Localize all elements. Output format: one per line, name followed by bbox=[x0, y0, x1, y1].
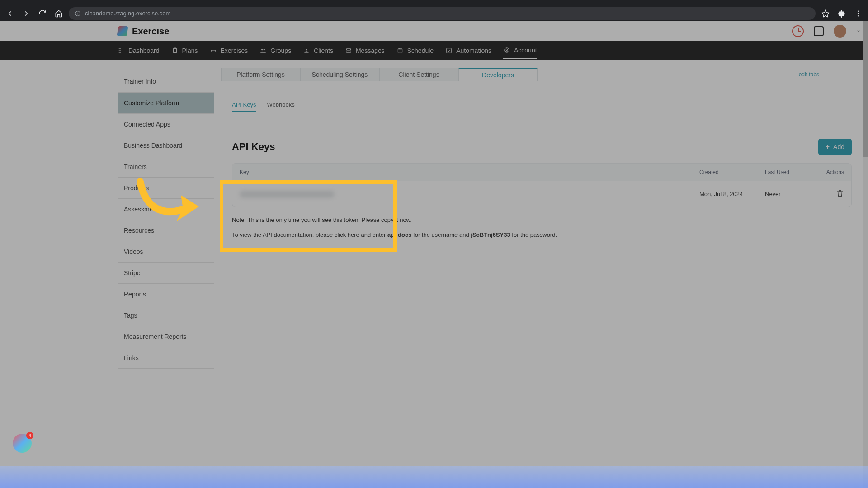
sidebar-item-stripe[interactable]: Stripe bbox=[118, 263, 214, 284]
nav-dashboard[interactable]: Dashboard bbox=[118, 42, 160, 59]
svg-point-1 bbox=[858, 10, 859, 11]
nav-label: Clients bbox=[314, 47, 333, 54]
nav-label: Exercises bbox=[221, 47, 248, 54]
nav-clients[interactable]: Clients bbox=[303, 42, 333, 59]
brand-name: Exercise bbox=[132, 26, 169, 37]
svg-rect-17 bbox=[447, 48, 452, 53]
nav-automations[interactable]: Automations bbox=[445, 42, 491, 59]
sidebar-item-trainers[interactable]: Trainers bbox=[118, 156, 214, 178]
doc-pre: To view the API documentation, please cl… bbox=[232, 231, 387, 238]
col-key: Key bbox=[240, 169, 699, 175]
col-created: Created bbox=[699, 169, 765, 175]
subtab-api-keys[interactable]: API Keys bbox=[232, 101, 256, 112]
sidebar-item-trainer-info[interactable]: Trainer Info bbox=[118, 71, 214, 92]
badge-count: 4 bbox=[26, 432, 33, 439]
sub-tabs: API Keys Webhooks bbox=[221, 101, 859, 112]
forward-button[interactable] bbox=[20, 7, 33, 20]
sidebar-item-measurement-reports[interactable]: Measurement Reports bbox=[118, 326, 214, 347]
subtab-webhooks[interactable]: Webhooks bbox=[267, 101, 294, 112]
svg-point-3 bbox=[858, 15, 859, 16]
star-icon[interactable] bbox=[819, 7, 832, 20]
api-keys-table: Key Created Last Used Actions Mon, Jul 8… bbox=[232, 163, 852, 207]
sidebar-item-business-dashboard[interactable]: Business Dashboard bbox=[118, 135, 214, 156]
svg-rect-16 bbox=[398, 48, 402, 52]
nav-plans[interactable]: Plans bbox=[171, 42, 198, 59]
tab-platform-settings[interactable]: Platform Settings bbox=[221, 68, 300, 81]
nav-exercises[interactable]: Exercises bbox=[210, 42, 248, 59]
dashboard-icon bbox=[118, 47, 125, 54]
svg-rect-10 bbox=[215, 50, 216, 52]
placeholder-icon[interactable] bbox=[814, 26, 824, 36]
avatar[interactable] bbox=[834, 25, 846, 38]
svg-point-2 bbox=[858, 13, 859, 14]
sidebar-item-connected-apps[interactable]: Connected Apps bbox=[118, 114, 214, 135]
nav-label: Automations bbox=[456, 47, 491, 54]
nav-label: Messages bbox=[356, 47, 385, 54]
user-icon bbox=[303, 47, 310, 54]
nav-label: Account bbox=[514, 47, 537, 54]
mail-icon bbox=[345, 47, 352, 54]
trash-icon[interactable] bbox=[836, 189, 844, 197]
nav-label: Dashboard bbox=[128, 47, 160, 54]
doc-post: for the password. bbox=[510, 231, 557, 238]
sidebar-item-reports[interactable]: Reports bbox=[118, 284, 214, 305]
page-scrollbar[interactable] bbox=[863, 21, 868, 488]
address-bar[interactable]: cleandemo.staging.exercise.com bbox=[69, 7, 816, 20]
svg-rect-11 bbox=[211, 50, 215, 51]
account-icon bbox=[503, 47, 510, 54]
home-button[interactable] bbox=[52, 7, 65, 20]
svg-point-13 bbox=[264, 48, 265, 50]
section-title: API Keys bbox=[232, 141, 275, 153]
cell-last-used: Never bbox=[765, 191, 819, 197]
clipboard-icon bbox=[171, 47, 179, 54]
browser-toolbar: cleandemo.staging.exercise.com bbox=[0, 5, 868, 21]
support-widget[interactable]: 4 bbox=[13, 434, 32, 453]
svg-rect-4 bbox=[119, 48, 121, 49]
add-label: Add bbox=[833, 143, 844, 150]
tab-scheduling-settings[interactable]: Scheduling Settings bbox=[300, 68, 379, 81]
svg-rect-5 bbox=[119, 50, 121, 51]
sidebar-item-tags[interactable]: Tags bbox=[118, 305, 214, 326]
bottom-gradient bbox=[0, 466, 868, 488]
svg-point-14 bbox=[306, 48, 307, 50]
doc-pass: jScBTnj6SY33 bbox=[471, 231, 510, 238]
sidebar-item-resources[interactable]: Resources bbox=[118, 220, 214, 241]
scroll-thumb[interactable] bbox=[863, 21, 868, 157]
tab-strip bbox=[0, 0, 868, 5]
sidebar-item-links[interactable]: Links bbox=[118, 347, 214, 369]
plus-icon: + bbox=[826, 143, 830, 151]
svg-rect-9 bbox=[211, 50, 212, 52]
add-button[interactable]: +Add bbox=[818, 139, 852, 155]
svg-point-19 bbox=[506, 49, 508, 51]
settings-tabs: Platform Settings Scheduling Settings Cl… bbox=[221, 68, 859, 81]
extensions-icon[interactable] bbox=[835, 7, 848, 20]
chevron-down-icon[interactable] bbox=[856, 29, 861, 33]
col-actions: Actions bbox=[819, 169, 844, 175]
sidebar: Trainer Info Customize Platform Connecte… bbox=[118, 60, 214, 369]
calendar-icon bbox=[396, 47, 404, 54]
edit-tabs-link[interactable]: edit tabs bbox=[799, 71, 819, 78]
sidebar-item-products[interactable]: Products bbox=[118, 178, 214, 199]
back-button[interactable] bbox=[4, 7, 16, 20]
sidebar-item-videos[interactable]: Videos bbox=[118, 241, 214, 263]
note-text: Note: This is the only time you will see… bbox=[232, 216, 852, 223]
reload-button[interactable] bbox=[36, 7, 49, 20]
tab-developers[interactable]: Developers bbox=[458, 68, 538, 81]
site-info-icon[interactable] bbox=[74, 10, 81, 17]
nav-schedule[interactable]: Schedule bbox=[396, 42, 434, 59]
nav-groups[interactable]: Groups bbox=[259, 42, 291, 59]
activity-icon[interactable] bbox=[792, 25, 804, 37]
nav-messages[interactable]: Messages bbox=[345, 42, 385, 59]
table-header: Key Created Last Used Actions bbox=[232, 164, 851, 181]
menu-icon[interactable] bbox=[852, 7, 864, 20]
nav-account[interactable]: Account bbox=[503, 42, 537, 59]
doc-user: api-docs bbox=[387, 231, 411, 238]
tab-client-settings[interactable]: Client Settings bbox=[379, 68, 458, 81]
check-icon bbox=[445, 47, 453, 54]
brand-logo bbox=[117, 26, 128, 36]
dumbbell-icon bbox=[210, 47, 217, 54]
sidebar-item-assessments[interactable]: Assessments bbox=[118, 199, 214, 220]
doc-text: To view the API documentation, please cl… bbox=[232, 231, 852, 238]
sidebar-item-customize-platform[interactable]: Customize Platform bbox=[118, 92, 214, 114]
nav-label: Plans bbox=[182, 47, 198, 54]
